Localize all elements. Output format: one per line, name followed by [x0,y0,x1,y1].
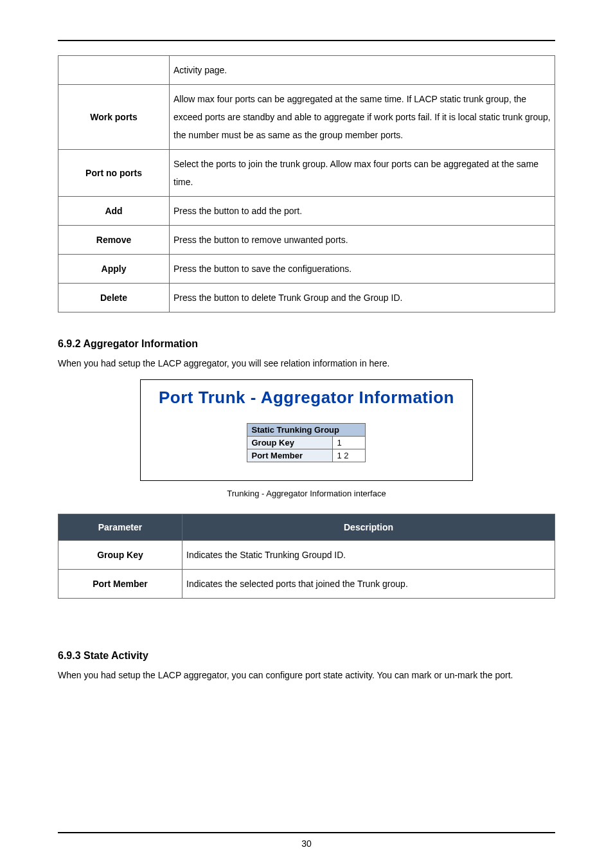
param-desc: Press the button to delete Trunk Group a… [170,284,555,312]
table-row: Remove Press the button to remove unwant… [58,226,555,255]
param-label: Delete [58,284,170,312]
table-row: Apply Press the button to save the confi… [58,255,555,284]
param-label: Remove [58,226,170,255]
group-key-value: 1 [333,437,366,449]
param-label: Group Key [58,541,182,570]
params-table-2: Parameter Description Group Key Indicate… [58,514,555,599]
col-head-desc: Description [182,514,555,541]
section-intro-2: When you had setup the LACP aggregator, … [58,668,555,682]
page-content: Activity page. Work ports Allow max four… [58,55,555,683]
param-desc: Indicates the selected ports that joined… [182,570,555,599]
params-table-1: Activity page. Work ports Allow max four… [58,55,555,312]
param-desc: Press the button to remove unwanted port… [170,226,555,255]
param-desc: Press the button to add the port. [170,197,555,226]
table-row: Delete Press the button to delete Trunk … [58,284,555,312]
param-desc: Press the button to save the configuerat… [170,255,555,284]
port-member-label: Port Member [247,449,333,462]
table-row: Work ports Allow max four ports can be a… [58,85,555,150]
section-heading-aggregator-info: 6.9.2 Aggregator Information [58,338,555,350]
top-rule [58,40,555,41]
param-desc: Activity page. [170,56,555,85]
section-heading-state-activity: 6.9.3 State Activity [58,650,555,662]
param-label: Apply [58,255,170,284]
figure-title: Port Trunk - Aggregator Information [159,388,454,408]
param-label: Work ports [58,85,170,150]
port-member-value: 1 2 [333,449,366,462]
param-label: Add [58,197,170,226]
param-label: Port no ports [58,150,170,197]
figure-wrapper: Port Trunk - Aggregator Information Stat… [58,379,555,481]
table-row: Port no ports Select the ports to join t… [58,150,555,197]
param-desc: Indicates the Static Trunking Groupd ID. [182,541,555,570]
param-desc: Allow max four ports can be aggregated a… [170,85,555,150]
stg-header: Static Trunking Group [247,424,366,437]
page: Activity page. Work ports Allow max four… [0,0,613,868]
table-row: Add Press the button to add the port. [58,197,555,226]
bottom-rule [58,832,555,833]
table-row: Activity page. [58,56,555,85]
param-label [58,56,170,85]
col-head-param: Parameter [58,514,182,541]
param-label: Port Member [58,570,182,599]
table-row: Group Key Indicates the Static Trunking … [58,541,555,570]
section-intro: When you had setup the LACP aggregator, … [58,356,555,370]
page-number: 30 [0,838,613,849]
figure-caption: Trunking - Aggregator Information interf… [58,489,555,498]
param-desc: Select the ports to join the trunk group… [170,150,555,197]
group-key-label: Group Key [247,437,333,449]
figure-panel: Port Trunk - Aggregator Information Stat… [140,379,473,481]
static-trunking-table: Static Trunking Group Group Key 1 Port M… [247,423,366,462]
table-row: Port Member Indicates the selected ports… [58,570,555,599]
